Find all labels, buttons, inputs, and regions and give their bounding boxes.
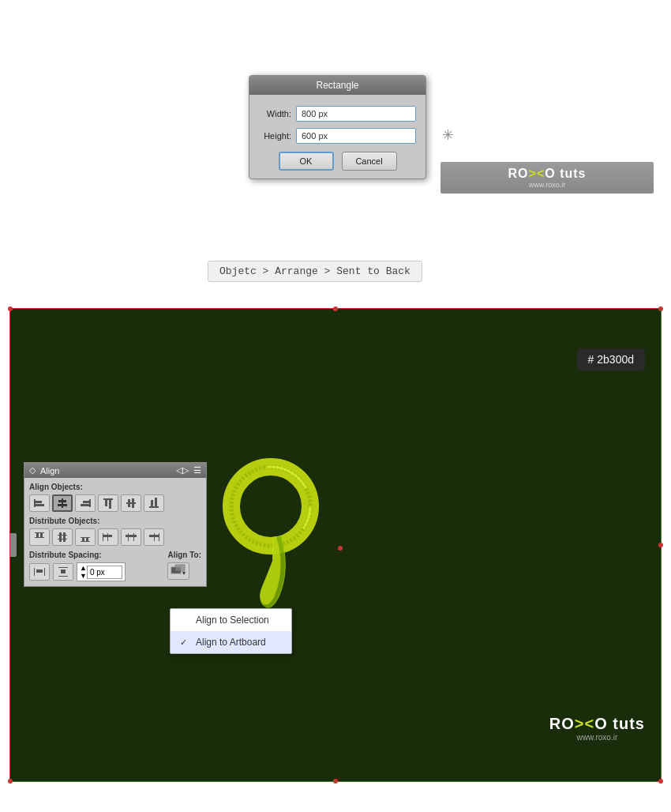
svg-rect-5 bbox=[36, 504, 44, 506]
svg-rect-21 bbox=[35, 532, 44, 533]
svg-rect-26 bbox=[58, 539, 67, 539]
svg-rect-39 bbox=[126, 535, 131, 537]
svg-rect-22 bbox=[35, 537, 44, 538]
svg-rect-10 bbox=[83, 501, 89, 503]
svg-rect-29 bbox=[81, 537, 90, 538]
svg-rect-27 bbox=[59, 532, 62, 542]
color-badge: # 2b300d bbox=[577, 348, 645, 370]
svg-rect-47 bbox=[36, 570, 43, 573]
distribute-objects-label: Distribute Objects: bbox=[29, 517, 201, 525]
cancel-button[interactable]: Cancel bbox=[342, 152, 397, 171]
spacing-input[interactable] bbox=[87, 566, 122, 579]
selection-check bbox=[180, 615, 191, 625]
height-input[interactable] bbox=[296, 128, 416, 144]
svg-rect-40 bbox=[131, 535, 137, 537]
distribute-spacing-label: Distribute Spacing: bbox=[29, 551, 126, 559]
align-right-btn[interactable] bbox=[75, 494, 96, 512]
spacing-stepper-up[interactable]: ▲▼ bbox=[80, 564, 87, 580]
svg-rect-45 bbox=[34, 568, 35, 576]
sun-icon: ✳ bbox=[442, 126, 454, 144]
dropdown-item-selection[interactable]: Align to Selection bbox=[171, 609, 291, 631]
dropdown-item-artboard[interactable]: ✓ Align to Artboard bbox=[171, 631, 291, 653]
roxo-sub-top: www.roxo.ir bbox=[529, 181, 566, 189]
svg-rect-36 bbox=[108, 535, 112, 537]
svg-rect-50 bbox=[61, 570, 66, 573]
corner-dot-bc bbox=[333, 779, 338, 784]
svg-rect-3 bbox=[34, 499, 36, 507]
dist-space-v-btn[interactable] bbox=[53, 563, 73, 581]
svg-rect-28 bbox=[63, 532, 66, 542]
svg-rect-4 bbox=[36, 501, 42, 503]
roxo-sub-watermark: www.roxo.ir bbox=[577, 733, 618, 742]
svg-rect-43 bbox=[149, 535, 154, 537]
svg-rect-18 bbox=[149, 506, 159, 508]
align-to-dropdown[interactable] bbox=[167, 562, 189, 580]
roxo-watermark: RO><O tuts www.roxo.ir bbox=[549, 715, 645, 742]
svg-rect-17 bbox=[132, 498, 134, 508]
align-vcenter-btn[interactable] bbox=[121, 494, 141, 512]
align-left-btn[interactable] bbox=[29, 494, 50, 512]
svg-rect-8 bbox=[58, 504, 67, 506]
svg-rect-44 bbox=[155, 535, 159, 537]
svg-rect-24 bbox=[40, 533, 43, 537]
svg-rect-41 bbox=[154, 533, 155, 541]
roxo-brand-top: RO><O tuts bbox=[508, 167, 587, 181]
svg-rect-15 bbox=[126, 502, 136, 504]
corner-dot-br bbox=[658, 779, 663, 784]
svg-rect-9 bbox=[89, 499, 91, 507]
roxo-brand-watermark: RO><O tuts bbox=[549, 715, 645, 733]
distribute-objects-row bbox=[29, 528, 201, 546]
canvas-center-dot bbox=[338, 546, 343, 551]
align-to-label: Align To: bbox=[167, 551, 201, 559]
svg-rect-34 bbox=[107, 533, 108, 541]
dist-hcenter-btn[interactable] bbox=[121, 528, 141, 546]
svg-rect-46 bbox=[44, 568, 45, 576]
svg-rect-12 bbox=[103, 498, 113, 500]
height-label: Height: bbox=[259, 131, 291, 141]
canvas-left-handle bbox=[10, 533, 17, 557]
rectangle-dialog: Rectangle Width: Height: OK Cancel bbox=[249, 75, 426, 179]
svg-rect-30 bbox=[81, 541, 90, 542]
svg-rect-23 bbox=[36, 533, 39, 537]
align-panel-title: Align bbox=[40, 466, 59, 476]
align-bottom-btn[interactable] bbox=[144, 494, 164, 512]
corner-dot-tr bbox=[658, 306, 663, 311]
svg-rect-14 bbox=[109, 500, 111, 509]
align-to-dropdown-menu: Align to Selection ✓ Align to Artboard bbox=[170, 608, 292, 654]
align-to-btn[interactable] bbox=[167, 562, 189, 580]
dist-top-btn[interactable] bbox=[29, 528, 50, 546]
width-input[interactable] bbox=[296, 106, 416, 122]
svg-rect-25 bbox=[58, 535, 67, 536]
align-top-btn[interactable] bbox=[98, 494, 118, 512]
svg-rect-35 bbox=[103, 535, 107, 537]
dist-space-h-btn[interactable] bbox=[29, 563, 50, 581]
letter-svg bbox=[219, 443, 322, 625]
align-hcenter-btn[interactable] bbox=[52, 494, 73, 512]
svg-rect-20 bbox=[155, 498, 157, 506]
align-objects-row bbox=[29, 494, 201, 512]
svg-rect-49 bbox=[58, 576, 68, 577]
panel-menu-icon[interactable]: ☰ bbox=[193, 465, 201, 476]
svg-rect-31 bbox=[82, 537, 84, 541]
dist-left-btn[interactable] bbox=[98, 528, 118, 546]
svg-rect-16 bbox=[128, 499, 130, 507]
align-panel-titlebar: ◇ Align ◁▷ ☰ bbox=[24, 463, 206, 478]
width-label: Width: bbox=[259, 109, 291, 118]
corner-dot-tc bbox=[333, 306, 338, 311]
dist-right-btn[interactable] bbox=[144, 528, 164, 546]
ok-button[interactable]: OK bbox=[279, 152, 334, 171]
panel-expand-icon[interactable]: ◁▷ bbox=[176, 465, 189, 476]
roxo-logo-top: RO><O tuts www.roxo.ir bbox=[440, 162, 654, 194]
svg-rect-32 bbox=[86, 537, 88, 541]
svg-marker-53 bbox=[182, 572, 186, 575]
svg-rect-19 bbox=[151, 500, 153, 506]
svg-rect-42 bbox=[159, 533, 159, 541]
align-objects-label: Align Objects: bbox=[29, 483, 201, 491]
svg-rect-48 bbox=[58, 567, 68, 568]
svg-rect-7 bbox=[58, 500, 66, 502]
svg-rect-11 bbox=[81, 504, 89, 506]
dist-vcenter-btn[interactable] bbox=[52, 528, 73, 546]
dist-bottom-btn[interactable] bbox=[75, 528, 96, 546]
letter-3d bbox=[219, 443, 322, 628]
panel-arrows-icon: ◇ bbox=[29, 465, 36, 476]
